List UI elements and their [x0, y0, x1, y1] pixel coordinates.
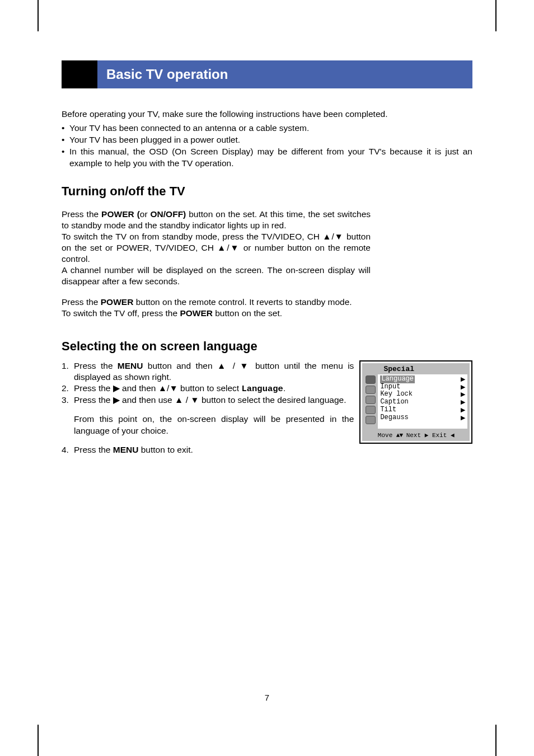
- osd-outer-frame: Special Language▶: [359, 360, 472, 444]
- text: Press the: [62, 297, 101, 307]
- crop-mark: [495, 0, 496, 31]
- text-mono-bold: Language: [241, 384, 283, 394]
- osd-menu-item: Degauss▶: [380, 414, 465, 422]
- crop-mark: [38, 0, 39, 31]
- osd-item-label: Tilt: [380, 406, 396, 414]
- text: Press the ▶ and then ▲/▼ button to selec…: [74, 383, 241, 393]
- osd-inner: Special Language▶: [362, 363, 470, 441]
- text-bold: ON/OFF): [151, 209, 186, 219]
- text-bold: POWER (: [101, 209, 140, 219]
- osd-item-label: Key lock: [380, 391, 413, 398]
- bullet-text: In this manual, the OSD (On Screen Displ…: [69, 146, 472, 170]
- title-black-accent: [62, 60, 97, 88]
- text-bold: POWER: [101, 297, 134, 307]
- step-text: Press the MENU button and then ▲ / ▼ but…: [74, 360, 354, 383]
- turning-body: Press the POWER (or ON/OFF) button on th…: [62, 209, 371, 319]
- osd-item-label: Input: [380, 383, 400, 391]
- text: .: [283, 383, 285, 393]
- title-blue-bar: Basic TV operation: [97, 60, 472, 88]
- osd-body: Language▶ Input▶ Key lock▶ Caption▶ Tilt…: [362, 374, 470, 430]
- text: Press the: [74, 361, 118, 370]
- intro-paragraph: Before operating your TV, make sure the …: [62, 109, 472, 120]
- heading-selecting: Selecting the on screen language: [62, 339, 472, 354]
- step-text: Press the ▶ and then ▲/▼ button to selec…: [74, 383, 354, 395]
- step-text: Press the ▶ and then use ▲ / ▼ button to…: [74, 395, 354, 406]
- osd-menu-item: Key lock▶: [380, 391, 465, 398]
- step-text: Press the MENU button to exit.: [74, 444, 354, 456]
- right-triangle-icon: ▶: [461, 391, 465, 398]
- turning-p1: Press the POWER (or ON/OFF) button on th…: [62, 209, 371, 288]
- right-triangle-icon: ▶: [461, 414, 465, 422]
- osd-menu-item: Caption▶: [380, 398, 465, 406]
- text: button on the remote control. It reverts…: [133, 297, 352, 307]
- step-1: 1. Press the MENU button and then ▲ / ▼ …: [62, 360, 354, 383]
- bullet-dot-icon: •: [62, 146, 69, 170]
- step-2: 2. Press the ▶ and then ▲/▼ button to se…: [62, 383, 354, 395]
- crop-mark: [38, 725, 39, 756]
- osd-footer: Move ▲▼ Next ▶ Exit ◀: [362, 430, 470, 441]
- text-bold: POWER: [180, 308, 213, 318]
- text: A channel number will be displayed on th…: [62, 265, 371, 286]
- bullet-dot-icon: •: [62, 134, 69, 146]
- right-triangle-icon: ▶: [461, 398, 465, 406]
- osd-footer-exit: Exit: [432, 432, 447, 439]
- osd-tab-icon: [366, 396, 376, 404]
- text: To switch the TV off, press the: [62, 308, 180, 318]
- step-number: 1.: [62, 360, 74, 383]
- page: Basic TV operation Before operating your…: [0, 0, 534, 756]
- right-triangle-icon: ▶: [461, 375, 465, 383]
- text-bold: MENU: [118, 361, 143, 370]
- bullet-text: Your TV has been plugged in a power outl…: [69, 134, 472, 146]
- crop-mark: [495, 725, 496, 756]
- page-number: 7: [0, 693, 534, 702]
- text: Press the: [74, 445, 113, 454]
- step-3-note: From this point on, the on-screen displa…: [74, 414, 354, 436]
- text-bold: MENU: [113, 445, 139, 454]
- content-area: Basic TV operation Before operating your…: [62, 60, 472, 456]
- text: button to exit.: [138, 445, 193, 454]
- section-title-bar: Basic TV operation: [62, 60, 472, 88]
- right-triangle-icon: ▶: [461, 383, 465, 391]
- right-arrow-icon: ▶: [425, 432, 429, 439]
- page-title: Basic TV operation: [106, 67, 228, 82]
- bullet-item: • Your TV has been connected to an anten…: [62, 123, 472, 134]
- heading-turning: Turning on/off the TV: [62, 184, 472, 199]
- osd-item-label: Degauss: [380, 414, 408, 422]
- updown-arrows-icon: ▲▼: [396, 432, 402, 439]
- osd-menu-item: Tilt▶: [380, 406, 465, 414]
- text: button on the set.: [213, 308, 282, 318]
- bullet-item: • In this manual, the OSD (On Screen Dis…: [62, 146, 472, 170]
- osd-menu-list: Language▶ Input▶ Key lock▶ Caption▶ Tilt…: [378, 374, 467, 429]
- turning-p2: Press the POWER button on the remote con…: [62, 297, 371, 319]
- selecting-steps: 1. Press the MENU button and then ▲ / ▼ …: [62, 360, 354, 456]
- osd-footer-move: Move: [378, 432, 392, 439]
- bullet-text: Your TV has been connected to an antenna…: [69, 123, 472, 134]
- osd-tab-icon: [366, 406, 376, 414]
- osd-item-label: Language: [380, 375, 415, 383]
- osd-tab-icon: [366, 386, 376, 394]
- step-number: 2.: [62, 383, 74, 395]
- osd-category-icons: [362, 374, 377, 430]
- text: or: [140, 209, 151, 219]
- selecting-row: 1. Press the MENU button and then ▲ / ▼ …: [62, 360, 472, 456]
- bullet-dot-icon: •: [62, 123, 69, 134]
- osd-title: Special: [362, 363, 470, 374]
- selecting-section: Selecting the on screen language 1. Pres…: [62, 339, 472, 456]
- left-arrow-icon: ◀: [451, 432, 455, 439]
- step-3: 3. Press the ▶ and then use ▲ / ▼ button…: [62, 395, 354, 406]
- osd-tab-icon: [366, 375, 376, 384]
- text: To switch the TV on from standby mode, p…: [62, 232, 371, 264]
- osd-menu-item: Input▶: [380, 383, 465, 391]
- osd-tab-icon: [366, 416, 376, 424]
- step-number: 4.: [62, 444, 74, 456]
- step-4: 4. Press the MENU button to exit.: [62, 444, 354, 456]
- bullet-item: • Your TV has been plugged in a power ou…: [62, 134, 472, 146]
- osd-screenshot: Special Language▶: [359, 360, 472, 456]
- osd-menu-item: Language▶: [380, 375, 465, 383]
- text: Press the: [62, 209, 101, 219]
- intro-bullets: • Your TV has been connected to an anten…: [62, 123, 472, 170]
- step-number: 3.: [62, 395, 74, 406]
- osd-item-label: Caption: [380, 398, 408, 406]
- osd-footer-next: Next: [406, 432, 421, 439]
- right-triangle-icon: ▶: [461, 406, 465, 414]
